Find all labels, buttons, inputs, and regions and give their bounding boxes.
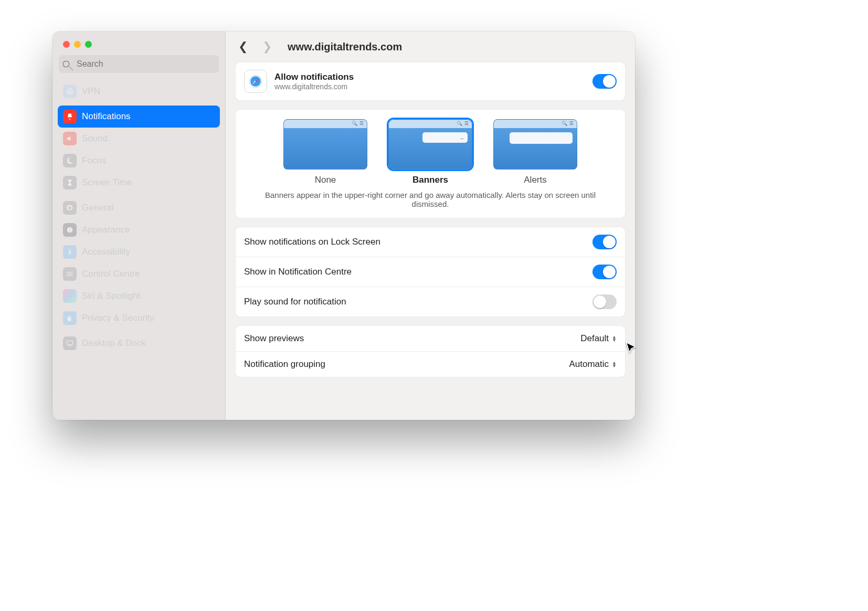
sidebar-item-control-centre[interactable]: Control Centre (58, 263, 220, 285)
sidebar-item-label: Notifications (82, 111, 131, 122)
sidebar-item-label: VPN (82, 86, 100, 97)
svg-rect-4 (68, 345, 72, 346)
control-icon: ☰ (359, 121, 364, 126)
sidebar-item-label: Focus (82, 155, 106, 166)
safari-icon (244, 70, 267, 93)
notification-centre-toggle[interactable] (592, 265, 617, 279)
dropdown-value: Default (580, 333, 609, 344)
preview-none: 🔍☰ (283, 119, 367, 170)
minimize-window-button[interactable] (74, 41, 81, 48)
notification-toggles-card: Show notifications on Lock Screen Show i… (235, 227, 626, 317)
alert-style-none[interactable]: 🔍☰ None (283, 119, 367, 185)
sidebar-item-label: Appearance (82, 225, 130, 235)
svg-point-2 (69, 249, 71, 250)
sidebar-item-desktop-dock[interactable]: Desktop & Dock (58, 332, 220, 354)
sidebar-item-notifications[interactable]: Notifications (58, 106, 220, 128)
moon-icon (63, 154, 77, 167)
control-icon: ☰ (569, 121, 574, 126)
gear-icon (63, 201, 77, 215)
show-previews-dropdown[interactable]: Default ▲▼ (580, 333, 617, 344)
preview-alerts: 🔍☰ (493, 119, 577, 170)
close-window-button[interactable] (63, 41, 70, 48)
sidebar-item-label: Siri & Spotlight (82, 291, 141, 301)
sidebar-item-screen-time[interactable]: Screen Time (58, 172, 220, 194)
lock-screen-label: Show notifications on Lock Screen (244, 237, 592, 247)
sidebar-item-sound[interactable]: Sound (58, 128, 220, 150)
maximize-window-button[interactable] (85, 41, 92, 48)
sidebar-item-label: Screen Time (82, 177, 132, 188)
svg-rect-3 (67, 341, 73, 344)
appearance-icon (63, 223, 77, 237)
preview-banners: 🔍☰ → (388, 119, 472, 170)
sliders-icon (63, 267, 77, 281)
system-settings-window: VPN Notifications Sound Focus (52, 31, 635, 420)
sidebar-item-general[interactable]: General (58, 197, 220, 219)
allow-title: Allow notifications (274, 72, 585, 82)
sidebar-item-vpn[interactable]: VPN (58, 80, 220, 102)
forward-button[interactable]: ❯ (262, 40, 272, 54)
alert-style-help: Banners appear in the upper-right corner… (262, 191, 598, 208)
sidebar-item-appearance[interactable]: Appearance (58, 219, 220, 241)
alert-style-alerts[interactable]: 🔍☰ Alerts (493, 119, 577, 185)
chevron-updown-icon: ▲▼ (612, 335, 617, 342)
sidebar: VPN Notifications Sound Focus (52, 31, 226, 420)
sidebar-item-label: Privacy & Security (82, 313, 154, 323)
globe-icon (63, 85, 77, 98)
main-content: ❮ ❯ www.digitaltrends.com Allow notifica… (226, 31, 635, 420)
sidebar-item-label: Desktop & Dock (82, 338, 146, 349)
search-icon: 🔍 (457, 121, 462, 126)
allow-notifications-card: Allow notifications www.digitaltrends.co… (235, 62, 626, 101)
nav-arrows: ❮ ❯ (238, 40, 272, 54)
notification-grouping-label: Notification grouping (244, 359, 569, 370)
alert-style-banners[interactable]: 🔍☰ → Banners (388, 119, 472, 185)
sidebar-item-siri[interactable]: Siri & Spotlight (58, 285, 220, 307)
alert-style-card: 🔍☰ None 🔍☰ → Banners 🔍☰ (235, 109, 626, 218)
sidebar-item-focus[interactable]: Focus (58, 150, 220, 172)
hourglass-icon (63, 176, 77, 189)
sidebar-item-accessibility[interactable]: Accessibility (58, 241, 220, 263)
arrow-icon: → (459, 135, 464, 141)
play-sound-toggle[interactable] (592, 294, 617, 309)
style-label: Alerts (524, 175, 546, 185)
sidebar-item-label: Control Centre (82, 269, 140, 279)
dropdown-value: Automatic (569, 359, 609, 370)
show-previews-label: Show previews (244, 333, 580, 344)
search-icon: 🔍 (352, 121, 357, 126)
sidebar-item-label: Accessibility (82, 247, 131, 257)
back-button[interactable]: ❮ (238, 40, 248, 54)
control-icon: ☰ (464, 121, 469, 126)
play-sound-label: Play sound for notification (244, 297, 592, 307)
notification-options-card: Show previews Default ▲▼ Notification gr… (235, 325, 626, 377)
sidebar-item-privacy[interactable]: Privacy & Security (58, 307, 220, 329)
speaker-icon (63, 132, 77, 145)
chevron-updown-icon: ▲▼ (612, 361, 617, 367)
page-title: www.digitaltrends.com (288, 41, 402, 53)
sidebar-item-label: Sound (82, 133, 108, 144)
sidebar-item-label: General (82, 203, 113, 213)
accessibility-icon (63, 245, 77, 259)
allow-notifications-toggle[interactable] (592, 74, 617, 89)
search-input[interactable] (59, 55, 219, 73)
notification-grouping-dropdown[interactable]: Automatic ▲▼ (569, 359, 617, 370)
notification-centre-label: Show in Notification Centre (244, 267, 592, 277)
dock-icon (63, 336, 77, 350)
style-label: Banners (412, 175, 448, 185)
window-controls (52, 31, 225, 48)
topbar: ❮ ❯ www.digitaltrends.com (226, 31, 635, 60)
hand-icon (63, 311, 77, 325)
bell-icon (63, 110, 77, 123)
search-icon: 🔍 (562, 121, 567, 126)
sidebar-nav: VPN Notifications Sound Focus (52, 77, 225, 361)
siri-icon (63, 289, 77, 303)
style-label: None (315, 175, 336, 185)
lock-screen-toggle[interactable] (592, 235, 617, 249)
allow-subtitle: www.digitaltrends.com (274, 82, 585, 91)
